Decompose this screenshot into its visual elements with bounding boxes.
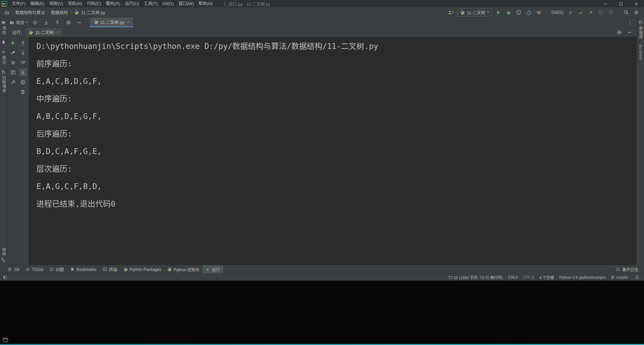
tool-window-switcher-button[interactable] [1,274,9,281]
notifications-button[interactable] [633,274,641,281]
settings-button[interactable] [633,9,640,16]
python-interpreter[interactable]: Python 3.9 (pythonhuanjin) [559,275,605,279]
stop-process-button[interactable] [9,59,17,66]
hide-run-panel-button[interactable] [626,29,633,36]
menu-item[interactable]: 运行(U) [122,0,141,7]
menu-item[interactable]: 帮助(H) [196,0,215,7]
profiler-button[interactable] [525,9,532,16]
scroll-to-end-button[interactable] [19,69,27,76]
clear-all-button[interactable] [19,88,27,96]
breadcrumb-subfolder[interactable]: 数据结构 [51,9,68,15]
panel-settings-button[interactable] [65,19,72,26]
rerun-button[interactable] [9,39,17,47]
commit-button[interactable] [577,9,584,16]
coverage-button[interactable] [515,9,522,16]
menu-item[interactable]: 文件(F) [9,0,28,7]
run-panel-settings-button[interactable] [616,29,623,36]
prev-trace-button[interactable] [19,39,27,47]
console-line: 进程已结束,退出代码0 [36,199,630,208]
debug-button[interactable] [505,9,512,16]
tab-options-button[interactable]: ⋮ [624,18,637,27]
stop-button[interactable] [535,9,543,16]
bell-icon [635,275,639,280]
pin-tab-button[interactable] [9,79,17,86]
printer-icon [20,80,26,85]
menu-item[interactable]: 工具(T) [142,0,160,7]
restore-layout-button[interactable] [9,69,17,76]
caret-position[interactable]: 77:15 (1283 字符, 73 行 换行符) [448,275,503,280]
console-line: B,D,C,A,F,G,E, [36,147,630,156]
wrench-icon [10,50,16,56]
collapse-all-button[interactable] [54,19,61,26]
folder-icon [1,20,6,25]
stripe-structure-label: 结构 [2,248,6,256]
edit-run-config-button[interactable] [9,49,17,57]
taskbar-window-icon[interactable] [2,337,8,343]
console-line [36,103,630,112]
close-tab-icon[interactable]: × [127,20,130,24]
event-log-button[interactable]: 事件日志 [613,265,641,274]
stripe-commit-tab[interactable]: 提交 [1,50,6,64]
tool-tab-terminal[interactable]: 终端 [100,265,120,274]
menu-item[interactable]: Git(G) [160,0,176,7]
breadcrumb-file[interactable]: 11-二叉树.py [81,9,105,15]
stripe-structure-tab[interactable]: 结构 [1,248,6,262]
editor-tab[interactable]: 11-二叉树.py × [90,18,133,27]
run-console-output[interactable]: D:\pythonhuanjin\Scripts\python.exe D:/p… [29,37,637,265]
soft-wrap-button[interactable] [19,59,27,66]
project-panel-title[interactable]: 项目 ▾ [9,19,28,26]
menubar: 文件(F)编辑(E)视图(V)导航(N)代码(C)重构(R)运行(U)工具(T)… [9,0,215,7]
tool-tab-todo[interactable]: TODO [22,265,46,274]
rollback-button[interactable] [607,9,615,16]
tool-tab-git[interactable]: Git [5,265,22,274]
locate-file-button[interactable] [31,19,39,26]
breadcrumb-project[interactable]: py [5,10,9,15]
close-run-tab-icon[interactable]: × [56,30,59,34]
run-config-selector[interactable]: 11-二叉树 ▾ [457,8,492,17]
search-everywhere-button[interactable] [622,9,630,16]
tool-tab-label: 运行 [212,266,220,272]
stripe-sciview-tab[interactable]: SciView [639,44,643,61]
tool-tab-bookmarks[interactable]: Bookmarks [67,265,100,274]
push-button[interactable] [587,9,594,16]
update-project-button[interactable] [567,9,574,16]
stripe-project-tab[interactable]: 项目 [1,20,6,35]
tool-tab-python-console[interactable]: Python 控制台 [164,265,203,274]
next-trace-button[interactable] [19,49,27,57]
tool-tab-run[interactable]: 运行 [203,265,223,274]
print-button[interactable] [19,79,27,86]
indent-setting[interactable]: 4 个空格 [539,275,554,280]
switcher-icon [3,275,7,280]
play-icon [10,40,16,46]
stripe-database-tab[interactable]: 数据库 [638,20,643,39]
menu-item[interactable]: 视图(V) [47,0,66,7]
breadcrumb-folder[interactable]: 数据结构与算法 [16,9,45,15]
branch-name: master [616,275,628,279]
code-with-me-button[interactable]: ▾ [447,9,454,16]
close-button[interactable]: × [628,0,644,7]
menu-item[interactable]: 窗口(W) [176,0,196,7]
stripe-bookmarks-tab[interactable] [1,40,6,44]
run-button[interactable] [495,9,502,16]
run-tab[interactable]: 11-二叉树 × [26,28,61,36]
tool-tab-python-packages[interactable]: Python Packages [120,265,164,274]
tool-tab-problems[interactable]: 问题 [47,265,67,274]
menu-item[interactable]: 代码(C) [85,0,103,7]
layout-icon [10,70,16,75]
menu-item[interactable]: 编辑(E) [28,0,47,7]
stripe-pull-requests-tab[interactable]: 拉取请求 [1,70,6,93]
file-encoding[interactable]: UTF-8 [523,275,534,279]
line-separator[interactable]: CRLF [508,275,518,279]
git-branch-widget[interactable]: master [611,275,628,280]
menu-item[interactable]: 重构(R) [103,0,122,7]
pycharm-window: PC 文件(F)编辑(E)视图(V)导航(N)代码(C)重构(R)运行(U)工具… [0,0,644,281]
expand-all-button[interactable] [42,19,50,26]
tool-tab-label: Git [14,267,19,272]
hide-panel-button[interactable] [76,19,83,26]
gear-icon [634,10,639,15]
history-button[interactable] [597,9,605,16]
menu-item[interactable]: 导航(N) [65,0,84,7]
toolbar-separator [618,10,619,15]
minimize-button[interactable] [597,0,613,7]
maximize-button[interactable] [613,0,628,7]
